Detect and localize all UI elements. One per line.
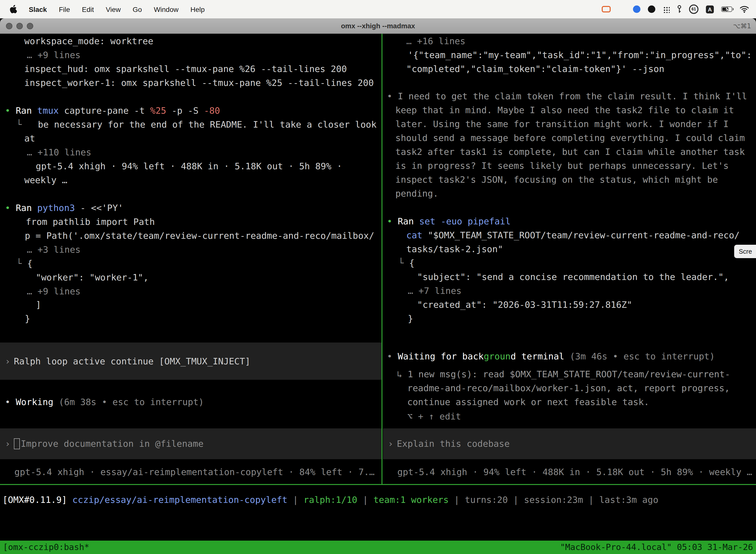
terminal-line: [OMX#0.11.9] cczip/essay/ai-reimplementa… bbox=[2, 493, 658, 507]
terminal-line: at bbox=[24, 131, 35, 146]
menu-bar: Slack FileEditViewGoWindowHelp 61 A bbox=[0, 0, 756, 18]
terminal-line: continue assigned work or next feasible … bbox=[407, 395, 649, 409]
terminal-line: • Ran tmux capture-pane -t %25 -p -S -80 bbox=[5, 104, 220, 118]
zoom-button[interactable] bbox=[27, 22, 33, 29]
composer-placeholder-left: Improve documentation in @filename bbox=[21, 437, 204, 451]
queued-message-row[interactable]: › Ralph loop active continue [OMX_TMUX_I… bbox=[0, 342, 381, 380]
terminal-line: … +3 lines bbox=[27, 243, 81, 257]
terminal-line: "completed","claim_token":"claim-token"}… bbox=[406, 62, 664, 76]
app-menu-slack[interactable]: Slack bbox=[29, 5, 47, 13]
terminal-line: '{"team_name":"my-team","task_id":"1","f… bbox=[408, 48, 752, 62]
terminal-line: readme-and-reco/mailbox/worker-1.json, a… bbox=[407, 381, 730, 395]
terminal-line: gpt-5.4 xhigh · 94% left · 488K in · 5.1… bbox=[36, 159, 342, 173]
terminal-line: inspect_worker-1: omx sparkshell --tmux-… bbox=[24, 76, 374, 90]
tmux-status-bar: [omx-cczip0:bash* "MacBook-Pro-44.local"… bbox=[0, 541, 756, 554]
traffic-lights bbox=[6, 22, 33, 29]
tmux-pane-left[interactable]: › Ralph loop active continue [OMX_TMUX_I… bbox=[0, 34, 381, 484]
black-circle-app-icon[interactable] bbox=[648, 5, 655, 13]
terminal-line: inspect task2's JSON, focusing on the st… bbox=[395, 173, 718, 187]
terminal-line: └ be necessary for the end of the README… bbox=[16, 118, 377, 131]
terminal-line: pending. bbox=[395, 187, 438, 201]
pane-bottom-border bbox=[0, 484, 756, 485]
terminal-line: "subject": "send a concise recommendatio… bbox=[417, 270, 729, 284]
screen: Slack FileEditViewGoWindowHelp 61 A bbox=[0, 0, 756, 554]
terminal-line: keep that in mind. Maybe I also need the… bbox=[395, 103, 734, 117]
screenshot-thumbnail-popup[interactable]: Scre bbox=[735, 245, 756, 258]
title-shortcut-hint: ⌥⌘1 bbox=[733, 22, 751, 30]
terminal-line: should send a message before completing … bbox=[395, 131, 745, 145]
tmux-host-time: "MacBook-Pro-44.local" 05:03 31-Mar-26 bbox=[560, 541, 753, 554]
window-title-bar[interactable]: omx --xhigh --madmax ⌥⌘1 bbox=[0, 18, 756, 34]
screenshot-popup-label: Scre bbox=[739, 248, 752, 255]
terminal-line: from pathlib import Path bbox=[26, 215, 155, 229]
close-button[interactable] bbox=[6, 22, 12, 29]
menu-item-go[interactable]: Go bbox=[133, 5, 142, 13]
menu-item-window[interactable]: Window bbox=[154, 5, 179, 13]
menu-item-help[interactable]: Help bbox=[190, 5, 205, 13]
terminal-line: • Ran python3 - <<'PY' bbox=[5, 201, 123, 215]
pane-divider[interactable] bbox=[381, 34, 382, 484]
terminal-line: ↳ 1 new msg(s): read $OMX_TEAM_STATE_ROO… bbox=[397, 367, 730, 381]
blue-app-icon[interactable] bbox=[633, 5, 640, 13]
terminal-line: … +16 lines bbox=[406, 34, 465, 48]
terminal-line: … +110 lines bbox=[27, 146, 91, 159]
terminal-line: … +7 lines bbox=[408, 284, 461, 298]
terminal-line: • Ran set -euo pipefail bbox=[387, 214, 511, 228]
tmux-pane-right[interactable]: › Explain this codebase … +16 lines'{"te… bbox=[383, 34, 756, 484]
terminal-line: is in progress? It seems likely but perh… bbox=[395, 159, 729, 173]
minimize-button[interactable] bbox=[16, 22, 23, 29]
menu-item-edit[interactable]: Edit bbox=[82, 5, 94, 13]
terminal-line: p = Path('.omx/state/team/review-current… bbox=[25, 229, 374, 243]
dots-grid-icon[interactable] bbox=[663, 6, 670, 13]
terminal-line: gpt-5.4 xhigh · 94% left · 488K in · 5.1… bbox=[397, 465, 752, 479]
key-icon[interactable] bbox=[677, 5, 682, 13]
battery-percent-value: 61 bbox=[692, 7, 696, 11]
wifi-icon[interactable] bbox=[740, 6, 749, 13]
queued-message-text: Ralph loop active continue [OMX_TMUX_INJ… bbox=[14, 354, 251, 368]
terminal-line: tasks/task-2.json" bbox=[406, 242, 503, 256]
composer-input-left[interactable]: › Improve documentation in @filename bbox=[0, 428, 381, 459]
apple-menu-icon[interactable] bbox=[10, 5, 17, 13]
terminal-line: task2 after task1 is complete, but can I… bbox=[395, 145, 745, 159]
terminal-line: gpt-5.4 xhigh · essay/ai-reimplementatio… bbox=[14, 465, 375, 479]
terminal: › Ralph loop active continue [OMX_TMUX_I… bbox=[0, 34, 756, 554]
terminal-line: … +9 lines bbox=[27, 284, 81, 298]
terminal-line: • Waiting for background terminal (3m 46… bbox=[387, 349, 715, 364]
menu-item-view[interactable]: View bbox=[106, 5, 121, 13]
text-cursor bbox=[14, 438, 20, 449]
terminal-line: ⌥ + ↑ edit bbox=[407, 409, 461, 424]
menu-item-file[interactable]: File bbox=[59, 5, 70, 13]
screen-recording-indicator-icon[interactable] bbox=[602, 6, 611, 12]
terminal-line: } bbox=[408, 312, 413, 326]
terminal-line: • I need to get the claim token from the… bbox=[387, 89, 747, 103]
prompt-chevron-icon: › bbox=[0, 354, 10, 368]
terminal-line: cat "$OMX_TEAM_STATE_ROOT/team/review-cu… bbox=[406, 228, 740, 242]
terminal-line: inspect_hud: omx sparkshell --tmux-pane … bbox=[24, 62, 347, 76]
terminal-line: └ { bbox=[16, 257, 33, 271]
window-grid-icon[interactable] bbox=[618, 5, 626, 13]
terminal-line: └ { bbox=[398, 256, 415, 270]
terminal-line: } bbox=[25, 312, 30, 326]
window-title: omx --xhigh --madmax bbox=[0, 22, 756, 30]
input-source-a-icon[interactable]: A bbox=[706, 5, 714, 13]
terminal-line: "worker": "worker-1", bbox=[36, 271, 148, 284]
menu-bar-status-icons: 61 A bbox=[602, 4, 756, 14]
battery-charging-icon[interactable] bbox=[721, 6, 732, 12]
tmux-session-label: [omx-cczip0:bash* bbox=[3, 541, 89, 554]
terminal-line: "created_at": "2026-03-31T11:59:27.816Z" bbox=[417, 298, 632, 312]
input-source-letter: A bbox=[708, 6, 712, 12]
terminal-line: workspace_mode: worktree bbox=[24, 34, 153, 48]
prompt-chevron-icon: › bbox=[0, 437, 10, 451]
terminal-line: later. Using the same for transition mig… bbox=[395, 117, 729, 131]
prompt-chevron-icon: › bbox=[383, 437, 393, 451]
menu-bar-menus: FileEditViewGoWindowHelp bbox=[59, 5, 205, 13]
menu-bar-left: Slack FileEditViewGoWindowHelp bbox=[0, 5, 205, 13]
battery-percent-icon[interactable]: 61 bbox=[689, 4, 698, 14]
terminal-line: • Working (6m 38s • esc to interrupt) bbox=[5, 395, 204, 409]
composer-placeholder-right: Explain this codebase bbox=[397, 437, 510, 451]
terminal-line: ] bbox=[36, 298, 41, 312]
composer-input-right[interactable]: › Explain this codebase bbox=[383, 428, 756, 459]
terminal-line: … +9 lines bbox=[27, 48, 81, 62]
terminal-line: weekly … bbox=[24, 173, 67, 187]
